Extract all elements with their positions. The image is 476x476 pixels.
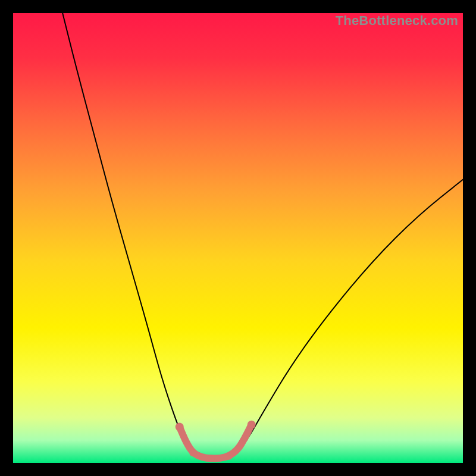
optimal-marker-dot [248, 421, 256, 429]
optimal-marker-dot [226, 453, 233, 460]
bottleneck-chart [13, 13, 463, 463]
chart-frame: TheBottleneck.com [13, 13, 463, 463]
optimal-marker-dot [208, 455, 215, 462]
optimal-marker-dot [241, 434, 248, 441]
optimal-marker-dot [189, 449, 196, 456]
optimal-marker-dot [176, 423, 184, 431]
